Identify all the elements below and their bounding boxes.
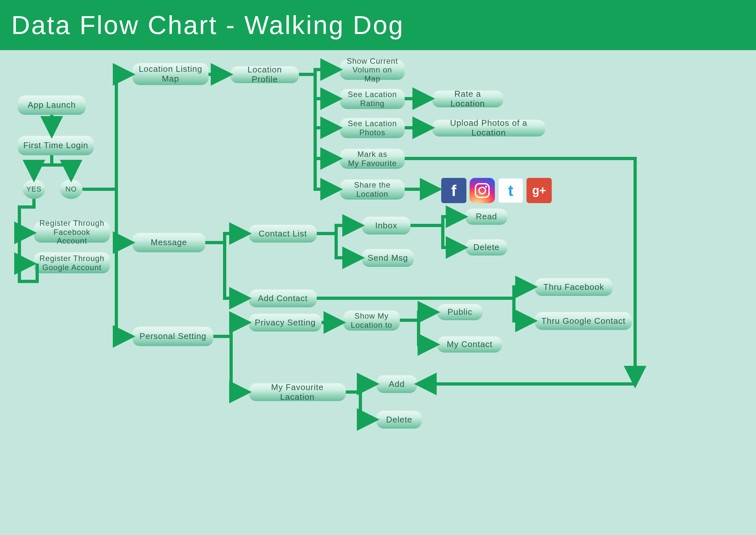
node-inbox: Inbox <box>362 217 411 235</box>
node-send-msg: Send Msg <box>362 249 414 267</box>
node-thru-google-contact: Thru Google Contact <box>535 312 632 330</box>
node-see-rating: See Lacation Rating <box>340 89 405 109</box>
svg-point-1 <box>479 187 485 194</box>
node-location-profile: Location Profile <box>230 66 299 83</box>
instagram-icon <box>470 178 495 203</box>
page-title: Data Flow Chart - Walking Dog <box>11 10 404 40</box>
node-no: NO <box>60 180 82 199</box>
facebook-icon: f <box>441 178 466 203</box>
node-mark-favourite: Mark as My Favourite <box>340 149 405 169</box>
node-rate-location: Rate a Location <box>432 91 503 107</box>
node-share-location: Share the Location <box>340 180 405 200</box>
node-first-time-login: First Time Login <box>18 136 94 155</box>
node-yes: YES <box>23 180 45 199</box>
twitter-icon: t <box>498 178 523 203</box>
node-privacy-setting: Privacy Setting <box>249 314 322 331</box>
node-message: Message <box>132 233 205 252</box>
node-personal-setting: Personal Setting <box>132 327 213 346</box>
node-register-facebook: Register Through Facebook Account <box>34 222 110 242</box>
googleplus-icon: g+ <box>526 178 552 203</box>
node-register-google: Register Through Google Account <box>34 252 110 273</box>
node-delete-fav: Delete <box>377 411 422 429</box>
svg-rect-0 <box>475 184 489 197</box>
node-app-launch: App Launch <box>18 96 86 115</box>
header-bar: Data Flow Chart - Walking Dog <box>0 0 756 50</box>
node-add-contact: Add Contact <box>249 290 317 307</box>
node-my-contact: My Contact <box>437 336 502 352</box>
node-my-favourite-location: My Favourite Lacation <box>249 383 346 401</box>
social-icons-row: f t g+ <box>441 178 552 203</box>
node-upload-photos: Upload Photos of a Location <box>432 120 545 136</box>
svg-point-2 <box>485 186 487 187</box>
node-add: Add <box>377 375 417 393</box>
node-thru-facebook: Thru Facebook <box>535 278 612 296</box>
node-see-photos: See Lacation Photos <box>340 118 405 138</box>
node-location-listing: Location Listing Map <box>132 63 208 85</box>
node-public: Public <box>437 304 483 320</box>
node-contact-list: Contact List <box>249 225 317 242</box>
node-show-my-location: Show My Location to <box>343 311 400 330</box>
node-read: Read <box>466 209 507 225</box>
node-show-current: Show Current Volumn on Map <box>340 60 405 80</box>
node-delete-inbox: Delete <box>466 239 507 256</box>
